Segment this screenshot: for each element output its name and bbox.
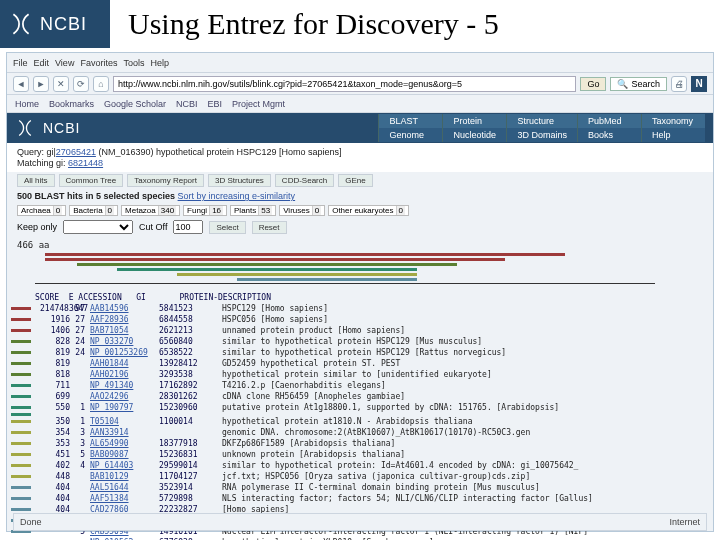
hit-row[interactable]: 5501NP_19079715230960putative protein At… — [7, 402, 713, 413]
go-button[interactable]: Go — [580, 77, 606, 91]
cutoff-input[interactable] — [173, 220, 203, 234]
analysis-all-hits[interactable]: All hits — [17, 174, 55, 187]
menu-edit[interactable]: Edit — [34, 58, 50, 68]
search-icon: 🔍 — [617, 79, 628, 89]
accession-link[interactable]: NP_033270 — [90, 337, 133, 346]
hit-row[interactable]: 819AAH0184413928412GD52459 hypothetical … — [7, 358, 713, 369]
bookmark-item[interactable]: Home — [15, 99, 39, 109]
menu-help[interactable]: Help — [150, 58, 169, 68]
nav-tab-protein[interactable]: Protein — [442, 114, 506, 128]
hit-row[interactable]: 81924NP_0012532696538522similar to hypot… — [7, 347, 713, 358]
hit-row[interactable]: 214748364797AAB145965841523HSPC129 [Homo… — [7, 303, 713, 314]
accession-link[interactable]: NP_001253269 — [90, 348, 148, 357]
taxa-counter-viruses[interactable]: Viruses0 — [279, 205, 325, 216]
sort-link[interactable]: Sort by increasing e-similarity — [178, 191, 296, 201]
accession-link[interactable]: AAH01844 — [90, 359, 129, 368]
hit-row[interactable]: 818AAH021963293538hypothetical protein s… — [7, 369, 713, 380]
slide-title: Using Entrez for Discovery - 5 — [110, 7, 499, 41]
taxa-counter-other eukaryotes[interactable]: Other eukaryotes0 — [328, 205, 409, 216]
status-right: Internet — [669, 517, 700, 527]
refresh-icon[interactable]: ⟳ — [73, 76, 89, 92]
address-bar[interactable] — [113, 76, 576, 92]
hit-row[interactable]: 3543AAN33914genomic DNA. chromosome:2(At… — [7, 427, 713, 438]
back-icon[interactable]: ◄ — [13, 76, 29, 92]
bookmark-item[interactable]: EBI — [208, 99, 223, 109]
hit-row[interactable]: 404AAF513845729898NLS interacting factor… — [7, 493, 713, 504]
accession-link[interactable]: BAB71054 — [90, 326, 129, 335]
nav-tab-help[interactable]: Help — [641, 128, 705, 142]
stop-icon[interactable]: ✕ — [53, 76, 69, 92]
menu-view[interactable]: View — [55, 58, 74, 68]
hit-row[interactable]: 3533AL65499018377918DKFZp686F1589 [Arabi… — [7, 438, 713, 449]
menu-tools[interactable]: Tools — [123, 58, 144, 68]
query-line: Query: gi|27065421 (NM_016390) hypotheti… — [7, 143, 713, 158]
nav-tab-books[interactable]: Books — [577, 128, 641, 142]
select-button[interactable]: Select — [209, 221, 245, 234]
accession-link[interactable]: NP_190797 — [90, 403, 133, 412]
accession-link[interactable]: AAL51644 — [90, 483, 129, 492]
sequence-length: 466 aa — [7, 236, 713, 250]
hit-row[interactable]: 82824NP_0332706560840similar to hypothet… — [7, 336, 713, 347]
taxa-counter-archaea[interactable]: Archaea0 — [17, 205, 66, 216]
accession-link[interactable]: AAO24296 — [90, 392, 129, 401]
reset-button[interactable]: Reset — [252, 221, 287, 234]
ncbi-page-header: NCBI BLASTGenomeProteinNucleotideStructu… — [7, 113, 713, 143]
menu-favorites[interactable]: Favorites — [80, 58, 117, 68]
status-bar: Done Internet — [13, 513, 707, 531]
matching-gi-link[interactable]: 6821448 — [68, 158, 103, 168]
bookmark-item[interactable]: Google Scholar — [104, 99, 166, 109]
analysis-3d-structures[interactable]: 3D Structures — [208, 174, 271, 187]
keep-only-row: Keep only Cut Off Select Reset — [7, 218, 713, 236]
browser-window: FileEditViewFavoritesToolsHelp ◄ ► ✕ ⟳ ⌂… — [6, 52, 714, 532]
analysis-common-tree[interactable]: Common Tree — [59, 174, 124, 187]
analysis-button-row: All hitsCommon TreeTaxonomy Report3D Str… — [7, 172, 713, 189]
print-icon[interactable]: 🖨 — [671, 76, 687, 92]
hit-row[interactable]: 3501T051041100014hypothetical protein at… — [7, 416, 713, 427]
nav-tab-pubmed[interactable]: PubMed — [577, 114, 641, 128]
accession-link[interactable]: AAF51384 — [90, 494, 129, 503]
accession-link[interactable]: AAB14596 — [90, 304, 129, 313]
hit-row[interactable]: 404AAL516443523914RNA polymerase II C-te… — [7, 482, 713, 493]
hit-row[interactable]: 4515BAB0908715236831unknown protein [Ara… — [7, 449, 713, 460]
forward-icon[interactable]: ► — [33, 76, 49, 92]
analysis-taxonomy-report[interactable]: Taxonomy Report — [127, 174, 204, 187]
analysis-gene[interactable]: GEne — [338, 174, 372, 187]
ncbi-label: NCBI — [40, 14, 87, 35]
nav-tab-nucleotide[interactable]: Nucleotide — [442, 128, 506, 142]
bookmark-item[interactable]: Project Mgmt — [232, 99, 285, 109]
taxa-counter-bacteria[interactable]: Bacteria0 — [69, 205, 118, 216]
hit-row[interactable]: 448BAB1012911704127jcf.txt; HSPC056 [Ory… — [7, 471, 713, 482]
accession-link[interactable]: T05104 — [90, 417, 119, 426]
nav-tab-blast[interactable]: BLAST — [378, 114, 442, 128]
accession-link[interactable]: AAN33914 — [90, 428, 129, 437]
bookmark-item[interactable]: Bookmarks — [49, 99, 94, 109]
keep-select[interactable] — [63, 220, 133, 234]
home-icon[interactable]: ⌂ — [93, 76, 109, 92]
accession-link[interactable]: BAB09087 — [90, 450, 129, 459]
accession-link[interactable]: NP_614403 — [90, 461, 133, 470]
search-button[interactable]: 🔍Search — [610, 77, 667, 91]
nav-tab-3d-domains[interactable]: 3D Domains — [506, 128, 577, 142]
hit-row[interactable]: 711NP_49134017162892T4216.2.p [Caenorhab… — [7, 380, 713, 391]
taxa-counter-fungi[interactable]: Fungi16 — [183, 205, 227, 216]
hit-row[interactable]: 699AAO2429628301262cDNA clone RH56459 [A… — [7, 391, 713, 402]
menu-file[interactable]: File — [13, 58, 28, 68]
taxa-counter-plants[interactable]: Plants53 — [230, 205, 276, 216]
nav-tab-taxonomy[interactable]: Taxonomy — [641, 114, 705, 128]
hit-row[interactable]: 4024NP_61440329599014similar to hypothet… — [7, 460, 713, 471]
ncbi-helix-icon — [8, 11, 34, 37]
hit-row[interactable]: 140627BAB710542621213unnamed protein pro… — [7, 325, 713, 336]
analysis-cdd-search[interactable]: CDD-Search — [275, 174, 334, 187]
nav-tab-genome[interactable]: Genome — [378, 128, 442, 142]
browser-toolbar: ◄ ► ✕ ⟳ ⌂ Go 🔍Search 🖨 N — [7, 73, 713, 95]
accession-link[interactable]: AAH02196 — [90, 370, 129, 379]
accession-link[interactable]: NP_491340 — [90, 381, 133, 390]
hit-row[interactable]: 191627AAF289366844558HSPC056 [Homo sapie… — [7, 314, 713, 325]
query-gi-link[interactable]: 27065421 — [56, 147, 96, 157]
bookmark-item[interactable]: NCBI — [176, 99, 198, 109]
accession-link[interactable]: AAF28936 — [90, 315, 129, 324]
accession-link[interactable]: BAB10129 — [90, 472, 129, 481]
taxa-counter-metazoa[interactable]: Metazoa340 — [121, 205, 180, 216]
accession-link[interactable]: AL654990 — [90, 439, 129, 448]
nav-tab-structure[interactable]: Structure — [506, 114, 577, 128]
